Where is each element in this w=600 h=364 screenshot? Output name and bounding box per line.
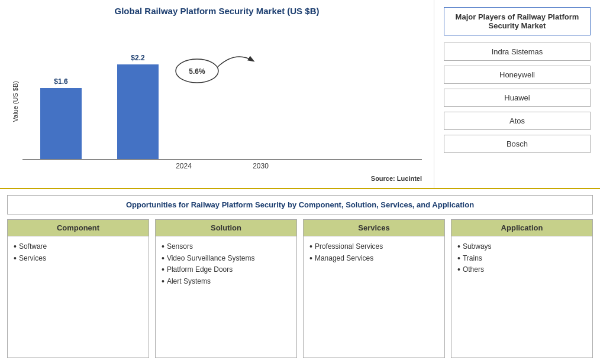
chart-wrapper: Value (US $B) $1.6 5.6% bbox=[12, 21, 422, 182]
list-item: • Managed Services bbox=[309, 253, 438, 265]
player-huawei: Huawei bbox=[444, 89, 591, 107]
item-label: Subways bbox=[463, 241, 492, 252]
category-header-solution: Solution bbox=[155, 219, 297, 236]
category-component: Component • Software • Services bbox=[7, 219, 149, 358]
chart-content: $1.6 5.6% bbox=[22, 21, 422, 182]
bullet-icon: • bbox=[309, 253, 312, 265]
player-honeywell: Honeywell bbox=[444, 66, 591, 84]
bottom-section: Opportunities for Railway Platform Secur… bbox=[0, 189, 600, 364]
bullet-icon: • bbox=[457, 241, 460, 253]
player-bosch: Bosch bbox=[444, 135, 591, 153]
bullet-icon: • bbox=[309, 241, 312, 253]
opportunities-title: Opportunities for Railway Platform Secur… bbox=[7, 195, 593, 214]
players-area: Major Players of Railway Platform Securi… bbox=[434, 0, 600, 188]
list-item: • Video Surveillance Systems bbox=[162, 253, 291, 265]
item-label: Sensors bbox=[167, 241, 193, 252]
category-header-application: Application bbox=[451, 219, 593, 236]
bar-2030 bbox=[117, 64, 159, 159]
svg-text:5.6%: 5.6% bbox=[189, 67, 205, 76]
item-label: Platform Edge Doors bbox=[167, 264, 233, 275]
main-container: Global Railway Platform Security Market … bbox=[0, 0, 600, 364]
list-item: • Professional Services bbox=[309, 241, 438, 253]
bullet-icon: • bbox=[14, 253, 17, 265]
category-body-services: • Professional Services • Managed Servic… bbox=[303, 236, 445, 358]
list-item: • Platform Edge Doors bbox=[162, 264, 291, 276]
x-label-2030: 2030 bbox=[240, 162, 282, 170]
list-item: • Software bbox=[14, 241, 143, 253]
item-label: Others bbox=[463, 264, 484, 275]
bar-2024 bbox=[40, 88, 82, 159]
bars-container: $1.6 5.6% bbox=[22, 21, 422, 159]
item-label: Software bbox=[19, 241, 47, 252]
bar-value-2024: $1.6 bbox=[54, 77, 67, 86]
category-header-services: Services bbox=[303, 219, 445, 236]
source-text: Source: Lucintel bbox=[371, 175, 422, 182]
list-item: • Subways bbox=[457, 241, 586, 253]
x-labels: 2024 2030 bbox=[22, 160, 422, 173]
bar-group-2024: $1.6 bbox=[40, 77, 82, 159]
category-body-solution: • Sensors • Video Surveillance Systems •… bbox=[155, 236, 297, 358]
svg-point-0 bbox=[176, 59, 218, 83]
item-label: Alert Systems bbox=[167, 276, 211, 287]
chart-area: Global Railway Platform Security Market … bbox=[0, 0, 434, 188]
category-body-application: • Subways • Trains • Others bbox=[451, 236, 593, 358]
bar-group-2030: $2.2 bbox=[117, 54, 159, 159]
bar-value-2030: $2.2 bbox=[131, 54, 144, 62]
list-item: • Sensors bbox=[162, 241, 291, 253]
list-item: • Others bbox=[457, 264, 586, 276]
item-label: Video Surveillance Systems bbox=[167, 253, 255, 264]
bullet-icon: • bbox=[162, 264, 164, 276]
item-label: Trains bbox=[463, 253, 482, 264]
player-atos: Atos bbox=[444, 112, 591, 130]
players-title: Major Players of Railway Platform Securi… bbox=[444, 7, 591, 35]
top-section: Global Railway Platform Security Market … bbox=[0, 0, 600, 189]
player-indra: Indra Sistemas bbox=[444, 43, 591, 61]
chart-title: Global Railway Platform Security Market … bbox=[115, 6, 320, 16]
bullet-icon: • bbox=[162, 276, 164, 288]
categories-row: Component • Software • Services Solution bbox=[7, 219, 593, 358]
bullet-icon: • bbox=[457, 253, 460, 265]
bullet-icon: • bbox=[162, 241, 164, 253]
list-item: • Services bbox=[14, 253, 143, 265]
category-header-component: Component bbox=[7, 219, 149, 236]
item-label: Managed Services bbox=[315, 253, 373, 264]
category-services: Services • Professional Services • Manag… bbox=[303, 219, 445, 358]
item-label: Services bbox=[19, 253, 46, 264]
y-axis-label: Value (US $B) bbox=[12, 81, 19, 122]
item-label: Professional Services bbox=[315, 241, 383, 252]
category-solution: Solution • Sensors • Video Surveillance … bbox=[155, 219, 297, 358]
list-item: • Trains bbox=[457, 253, 586, 265]
category-application: Application • Subways • Trains • Others bbox=[451, 219, 593, 358]
bullet-icon: • bbox=[162, 253, 164, 265]
x-label-2024: 2024 bbox=[163, 162, 205, 170]
bullet-icon: • bbox=[457, 264, 460, 276]
category-body-component: • Software • Services bbox=[7, 236, 149, 358]
list-item: • Alert Systems bbox=[162, 276, 291, 288]
annotation-svg: 5.6% bbox=[22, 21, 422, 159]
bullet-icon: • bbox=[14, 241, 17, 253]
